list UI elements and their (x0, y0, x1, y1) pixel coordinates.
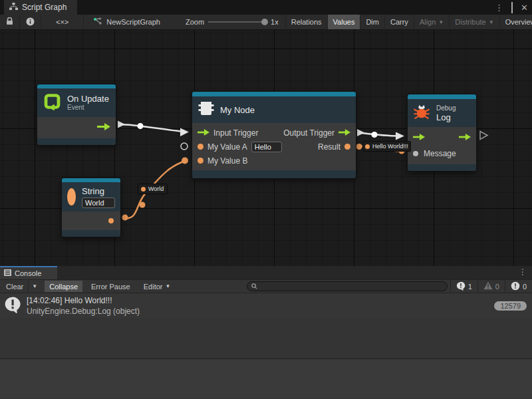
warning-icon (483, 281, 493, 291)
wire-value-label-world: World (138, 184, 168, 194)
console-toolbar: Clear ▼ Collapse Error Pause Editor▼ 1 0 (0, 279, 532, 293)
wire-mynode-to-debug (358, 133, 398, 136)
port-label: My Value A (207, 142, 247, 152)
wire-dot (182, 158, 188, 164)
zoom-slider-handle[interactable] (261, 19, 268, 25)
console-search[interactable] (247, 281, 448, 291)
flow-input-port[interactable] (413, 133, 425, 142)
collapse-toggle[interactable]: Collapse (45, 281, 82, 292)
align-menu-button[interactable]: Align▼ (414, 15, 450, 29)
console-menu-icon[interactable]: ⋮ (519, 267, 527, 277)
node-debug-log[interactable]: Debug Log Message (407, 94, 477, 172)
window-menu-icon[interactable]: ⋮ (495, 3, 503, 13)
node-accent-bar (408, 94, 476, 99)
caret-down-icon: ▼ (32, 283, 37, 289)
unconnected-port-circle-icon (181, 143, 188, 150)
port-label: Output Trigger (283, 128, 334, 138)
wire-value-label-hello-world: Hello World!!! (362, 141, 411, 152)
value-input-port[interactable] (198, 144, 203, 150)
log-entry-row[interactable]: [14:02:46] Hello World!!! UnityEngine.De… (0, 293, 532, 318)
console-tab-bar: Console ⋮ (0, 266, 532, 279)
code-view-button[interactable]: <×> (41, 15, 84, 29)
wire-dot (140, 202, 146, 208)
wire-dot (122, 215, 128, 221)
wire-dot (372, 132, 378, 138)
node-footer (62, 230, 120, 237)
caret-down-icon: ▼ (438, 19, 444, 25)
clear-button[interactable]: Clear (1, 281, 28, 292)
graph-toolbar: <×> NewScriptGraph Zoom 1x Relations Val… (0, 15, 532, 30)
port-label: Result (318, 142, 340, 152)
info-button[interactable] (20, 15, 41, 29)
tab-title: Script Graph (22, 3, 66, 12)
value-dot-icon (365, 144, 370, 149)
node-title: Log (436, 112, 456, 122)
graph-hierarchy-icon (9, 3, 18, 13)
info-icon (26, 17, 35, 27)
info-count-toggle[interactable]: 1 (450, 280, 477, 293)
node-body (37, 117, 116, 138)
node-footer (192, 170, 356, 178)
tab-console[interactable]: Console (0, 266, 57, 279)
toggle-relations[interactable]: Relations (285, 15, 328, 29)
node-header: On Update Event (37, 88, 116, 117)
flow-input-port[interactable] (198, 128, 209, 138)
maximize-icon[interactable] (511, 3, 513, 13)
node-string[interactable]: String (61, 178, 121, 237)
graph-canvas[interactable]: On Update Event My Node Input Trigger (0, 30, 532, 266)
node-header: String (62, 182, 120, 211)
node-title: On Update (67, 94, 109, 104)
node-body: Message (408, 127, 476, 164)
error-count-toggle[interactable]: 0 (505, 280, 532, 293)
log-message: [14:02:46] Hello World!!! (27, 295, 489, 306)
code-icon: <×> (56, 18, 68, 26)
zoom-value: 1x (271, 18, 279, 26)
value-dot-icon (141, 187, 146, 192)
node-on-update[interactable]: On Update Event (37, 84, 116, 146)
console-log-list: [14:02:46] Hello World!!! UnityEngine.De… (0, 293, 532, 358)
value-output-port[interactable] (108, 218, 114, 223)
error-pause-toggle[interactable]: Error Pause (86, 281, 135, 292)
info-log-icon (4, 296, 21, 316)
search-input[interactable] (260, 283, 443, 290)
zoom-slider[interactable] (208, 21, 267, 23)
bug-icon (413, 103, 430, 123)
clear-dropdown-button[interactable]: ▼ (28, 281, 41, 292)
value-output-port[interactable] (344, 144, 350, 150)
toggle-dim[interactable]: Dim (360, 15, 385, 29)
lock-icon (6, 17, 13, 27)
close-icon[interactable]: ✕ (521, 3, 528, 13)
value-input-port[interactable] (198, 158, 203, 164)
flow-output-port[interactable] (459, 133, 471, 142)
node-title: String (82, 186, 115, 196)
tab-script-graph[interactable]: Script Graph (4, 0, 77, 15)
loop-event-icon (43, 92, 61, 113)
log-stacktrace: UnityEngine.Debug:Log (object) (27, 306, 489, 317)
value-input-port[interactable] (413, 151, 418, 156)
string-value-input[interactable] (82, 198, 115, 208)
info-log-icon (456, 281, 466, 292)
caret-down-icon: ▼ (165, 283, 170, 289)
window-controls: ⋮ ✕ (495, 0, 528, 15)
toggle-values[interactable]: Values (328, 15, 361, 29)
port-label: My Value B (207, 156, 247, 166)
value-a-input[interactable] (251, 142, 282, 152)
node-subtitle: Event (67, 104, 109, 112)
console-detail-pane (0, 358, 532, 398)
continuation-arrow-icon (480, 132, 487, 140)
port-label: Input Trigger (213, 128, 258, 138)
wire-onupdate-to-mynode (119, 124, 184, 132)
flow-output-port[interactable] (97, 123, 110, 132)
graph-name-group: NewScriptGraph (84, 15, 170, 29)
unit-chip-icon (198, 100, 214, 120)
toggle-carry[interactable]: Carry (385, 15, 414, 29)
node-my-node[interactable]: My Node Input Trigger Output Trigger My … (192, 91, 356, 179)
node-header: Debug Log (408, 99, 476, 127)
warning-count-toggle[interactable]: 0 (477, 280, 505, 293)
overview-button[interactable]: Overview (500, 15, 532, 29)
flow-output-port[interactable] (338, 128, 350, 138)
lock-button[interactable] (0, 15, 20, 29)
wire-dot (138, 123, 144, 129)
distribute-menu-button[interactable]: Distribute▼ (450, 15, 499, 29)
editor-dropdown-button[interactable]: Editor▼ (139, 281, 176, 292)
